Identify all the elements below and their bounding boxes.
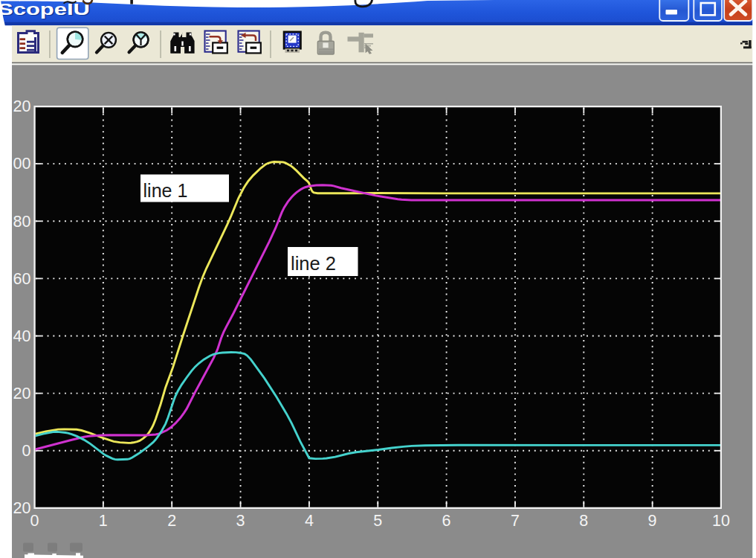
svg-text:80: 80 xyxy=(13,213,31,231)
svg-text:0: 0 xyxy=(22,442,31,460)
svg-text:1: 1 xyxy=(99,512,108,530)
svg-text:2: 2 xyxy=(167,512,176,530)
svg-text:line 1: line 1 xyxy=(143,179,188,202)
svg-text:20: 20 xyxy=(13,385,31,403)
svg-text:ScopeIU: ScopeIU xyxy=(0,1,90,19)
svg-text:8: 8 xyxy=(579,512,588,530)
svg-text:40: 40 xyxy=(13,327,31,345)
svg-text:20: 20 xyxy=(13,499,31,517)
svg-text:20: 20 xyxy=(13,97,31,115)
svg-text:7: 7 xyxy=(511,512,520,530)
svg-text:60: 60 xyxy=(13,270,31,288)
svg-text:line 2: line 2 xyxy=(291,252,336,275)
svg-text:5: 5 xyxy=(373,512,382,530)
svg-text:9: 9 xyxy=(648,512,657,530)
svg-text:10: 10 xyxy=(712,512,730,530)
svg-text:6: 6 xyxy=(442,512,451,530)
svg-text:0: 0 xyxy=(30,512,39,530)
svg-text:00: 00 xyxy=(13,155,31,173)
svg-text:3: 3 xyxy=(236,512,245,530)
svg-text:4: 4 xyxy=(305,512,314,530)
